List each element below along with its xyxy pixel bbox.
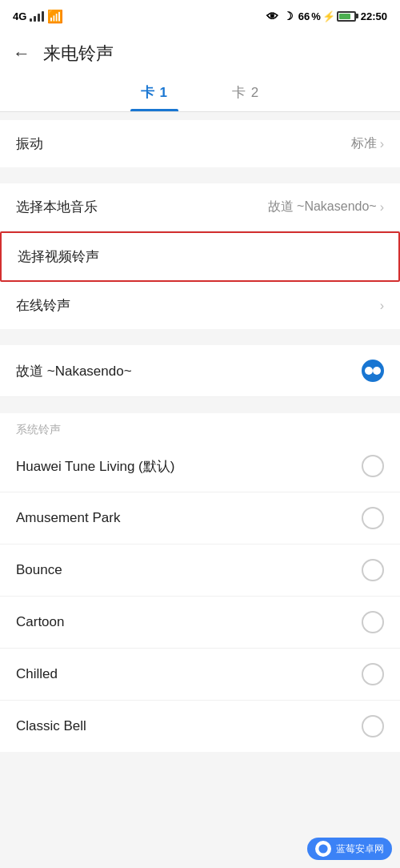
huawei-tune-label: Huawei Tune Living (默认) [16, 457, 174, 476]
ringtone-row-classic-bell[interactable]: Classic Bell [0, 701, 400, 752]
chilled-label: Chilled [16, 666, 58, 682]
classic-bell-radio[interactable] [362, 715, 384, 737]
ringtone-row-amusement-park[interactable]: Amusement Park [0, 492, 400, 545]
network-type: 4G [13, 10, 26, 22]
divider3 [0, 397, 400, 405]
local-music-label: 选择本地音乐 [16, 198, 98, 216]
local-music-chevron-icon: › [380, 200, 384, 215]
local-music-row[interactable]: 选择本地音乐 故道 ~Nakasendo~ › [0, 183, 400, 231]
back-button[interactable]: ← [13, 43, 30, 64]
status-bar: 4G 📶 👁 ☽ 66 % ⚡ 22:50 [0, 0, 400, 32]
video-ringtone-row[interactable]: 选择视频铃声 [0, 231, 400, 282]
selected-ringtone-radio[interactable] [362, 360, 384, 382]
settings-section: 振动 标准 › [0, 120, 400, 167]
cartoon-label: Cartoon [16, 614, 64, 630]
watermark-text: 蓝莓安卓网 [336, 842, 384, 856]
status-left: 4G 📶 [13, 9, 63, 24]
battery-indicator: 66 % ⚡ [298, 10, 356, 22]
amusement-park-radio[interactable] [362, 507, 384, 529]
moon-icon: ☽ [283, 10, 294, 22]
watermark: 蓝莓安卓网 [307, 838, 392, 860]
lightning-icon: ⚡ [322, 10, 335, 22]
selected-ringtone-row[interactable]: 故道 ~Nakasendo~ [0, 345, 400, 397]
header: ← 来电铃声 [0, 32, 400, 74]
vibrate-chevron-icon: › [380, 137, 384, 151]
ringtone-row-bounce[interactable]: Bounce [0, 545, 400, 597]
amusement-park-label: Amusement Park [16, 510, 120, 526]
signal-icon [30, 10, 44, 22]
tab-card2[interactable]: 卡 2 [200, 74, 291, 111]
chilled-radio[interactable] [362, 663, 384, 685]
video-ringtone-label: 选择视频铃声 [18, 247, 99, 266]
bounce-label: Bounce [16, 562, 62, 578]
battery-percent-sign: % [311, 10, 321, 22]
battery-icon [337, 11, 356, 22]
cartoon-radio[interactable] [362, 611, 384, 633]
settings-section-2: 选择本地音乐 故道 ~Nakasendo~ › 选择视频铃声 在线铃声 › [0, 183, 400, 329]
vibrate-label: 振动 [16, 135, 43, 153]
online-ringtone-label: 在线铃声 [16, 296, 70, 315]
tab-card1[interactable]: 卡 1 [109, 74, 200, 111]
divider2 [0, 329, 400, 337]
selected-ringtone-section: 故道 ~Nakasendo~ [0, 345, 400, 397]
bounce-radio[interactable] [362, 559, 384, 581]
ringtone-row-chilled[interactable]: Chilled [0, 649, 400, 701]
huawei-tune-radio[interactable] [362, 455, 384, 477]
classic-bell-label: Classic Bell [16, 718, 86, 734]
local-music-value: 故道 ~Nakasendo~ › [268, 199, 384, 215]
system-ringtones-label: 系统铃声 [0, 413, 400, 440]
ringtone-row-cartoon[interactable]: Cartoon [0, 597, 400, 649]
system-ringtones-section: 系统铃声 Huawei Tune Living (默认) Amusement P… [0, 413, 400, 752]
vibrate-row[interactable]: 振动 标准 › [0, 120, 400, 167]
time-display: 22:50 [361, 10, 387, 22]
selected-ringtone-label: 故道 ~Nakasendo~ [16, 362, 132, 380]
status-right: 👁 ☽ 66 % ⚡ 22:50 [266, 10, 387, 23]
vibrate-value: 标准 › [351, 135, 384, 152]
online-ringtone-chevron-icon: › [380, 299, 384, 313]
wifi-icon: 📶 [47, 9, 63, 24]
divider1 [0, 167, 400, 175]
eye-icon: 👁 [266, 10, 278, 23]
page-title: 来电铃声 [43, 42, 114, 66]
ringtone-row-huawei-tune[interactable]: Huawei Tune Living (默认) [0, 440, 400, 492]
online-ringtone-value: › [380, 299, 384, 313]
svg-point-0 [318, 844, 327, 853]
battery-percent: 66 [298, 10, 310, 22]
watermark-icon [315, 841, 331, 857]
online-ringtone-row[interactable]: 在线铃声 › [0, 282, 400, 329]
tabs-bar: 卡 1 卡 2 [0, 74, 400, 112]
